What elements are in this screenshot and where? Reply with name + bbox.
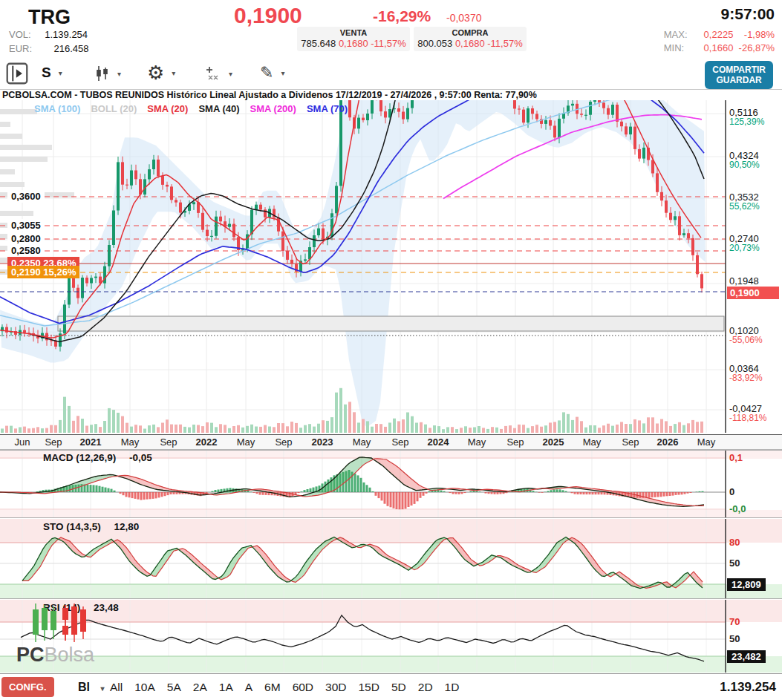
range-button-60d[interactable]: 60D [293,681,313,693]
pcbolsa-watermark: PCBolsa [16,603,113,664]
max-label: MAX: [664,29,692,40]
time-axis-tick: Sep [275,436,292,448]
chevron-down-icon: ▾ [229,70,232,78]
price-axis-tick: 0,5116125,39% [729,108,764,127]
timeframe-label: S [42,65,51,81]
volume-stat: VOL: 1.139.254 [9,27,88,41]
bid-qty: 785.648 [301,38,336,49]
legend-item[interactable]: SMA (70) [307,103,348,114]
change-percent: -16,29% [373,7,431,25]
range-button-6m[interactable]: 6M [264,681,281,693]
pcbolsa-app: TRG VOL: 1.139.254 EUR: 216.458 0,1900 -… [0,0,782,700]
current-price-badge: 0,1900 [727,287,779,299]
last-price: 0,1900 [234,3,302,28]
time-axis-tick: 2021 [80,436,102,448]
range-button-5a[interactable]: 5A [167,681,181,693]
time-axis-tick: Sep [506,436,524,448]
time-axis-tick: Jun [15,436,30,448]
panel-toggle-button[interactable] [6,62,28,85]
price-axis: 0,5116125,39%0,432490,50%0,353255,62%0,2… [727,0,782,700]
sto-axis-label: 80 [729,537,740,548]
chevron-down-icon: ▾ [117,70,121,78]
range-button-10a[interactable]: 10A [134,681,155,693]
sto-value: 12,80 [114,521,140,532]
price-level-label[interactable]: 0,3055 [7,219,45,232]
time-axis-tick: May [583,436,602,448]
watermark-bolsa: Bolsa [45,644,95,666]
time-axis-tick: 2023 [312,436,333,448]
range-button-all[interactable]: All [110,681,123,693]
price-axis-tick: 0,0364-83,92% [729,364,763,383]
legend-item[interactable]: SMA (200) [250,103,296,114]
price-axis-tick: -0,0427-118,81% [729,404,766,423]
panel-toggle-icon [6,62,28,85]
time-axis-tick: May [353,436,371,448]
rsi-axis-label: 50 [729,633,740,644]
time-axis: JunSep2021MaySep2022MaySep2023MaySep2024… [0,434,782,450]
pencil-icon: ✎ [260,63,273,82]
axis-percent: 125,39% [729,117,764,127]
range-button-5d[interactable]: 5D [391,681,406,693]
interval-selector[interactable]: Bl ▾ [78,681,104,694]
sto-axis-label: 50 [729,557,740,569]
legend-item[interactable]: SMA (100) [34,103,80,114]
range-buttons: All10A5A2A1AA6M60D30D15D5D2D1D [104,681,465,694]
ask-label: COMPRA [414,28,527,37]
price-axis-tick: 0,1020-55,06% [729,326,763,345]
vol-label: VOL: [9,29,31,40]
eur-label: EUR: [9,43,32,54]
change-absolute: -0,0370 [446,12,481,24]
range-button-1d[interactable]: 1D [445,681,460,693]
range-button-30d[interactable]: 30D [325,681,346,693]
sto-title-text: STO (14,3,5) [43,521,101,532]
sto-value-badge: 12,809 [727,578,766,591]
range-button-1a[interactable]: 1A [219,681,233,693]
range-button-a[interactable]: A [245,681,252,693]
legend-item[interactable]: SMA (20) [147,103,188,114]
range-button-2d[interactable]: 2D [418,681,433,693]
config-button[interactable]: CONFG. [1,677,54,697]
macd-title-text: MACD (12,26,9) [43,452,116,463]
macd-value: -0,05 [129,452,152,463]
sto-title: STO (14,3,5) 12,80 [43,521,139,532]
interval-label: Bl [78,681,90,693]
symbol-ticker: TRG [28,6,71,29]
price-level-label[interactable]: 0,2190 15,26% [7,266,79,278]
watermark-pc: PC [16,644,45,666]
legend-item[interactable]: SMA (40) [198,103,239,114]
time-axis-tick: May [121,436,140,448]
chart-type-menu[interactable]: ▾ [95,65,121,82]
session-volume: 1.139.254 [720,680,776,695]
macd-axis-label: -0,0 [729,503,746,514]
ask-price: 0,1680 [455,38,485,49]
axis-percent: 90,50% [729,160,760,170]
settings-menu[interactable]: ⚙ ▾ [147,62,175,85]
indicator-legend: SMA (100)BOLL (20)SMA (20)SMA (40)SMA (2… [34,103,358,114]
price-level-label[interactable]: 0,2580 [7,244,45,257]
legend-item[interactable]: BOLL (20) [91,103,137,114]
axis-percent: -55,06% [729,336,763,345]
ask-box: COMPRA 800.053 0,1680 -11,57% [414,27,527,51]
range-button-2a[interactable]: 2A [193,681,207,693]
timeframe-menu[interactable]: S ▾ [42,65,62,81]
axis-percent: 20,73% [729,243,760,253]
price-level-label[interactable]: 0,2800 [7,232,45,245]
draw-menu[interactable]: ✎ ▾ [260,63,284,82]
range-button-15d[interactable]: 15D [359,681,379,693]
panel-separator [0,517,782,518]
min-label: MIN: [664,42,692,53]
time-axis-tick: 2024 [428,436,449,448]
pcbolsa-logo-icon [16,603,113,642]
price-level-label[interactable]: 0,3600 [7,190,45,203]
time-axis-tick: 2022 [196,436,218,448]
main-price-chart[interactable] [0,100,726,434]
bid-pct: -11,57% [371,38,405,49]
time-axis-tick: May [468,436,486,448]
add-indicator-menu[interactable]: ▾ [205,65,232,82]
time-axis-tick: May [237,436,255,448]
panel-separator [0,598,782,599]
macd-title: MACD (12,26,9) -0,05 [43,452,152,463]
macd-axis-label: 0,1 [729,452,743,463]
chevron-down-icon: ▾ [172,69,175,77]
eur-stat: EUR: 216.458 [9,42,89,55]
